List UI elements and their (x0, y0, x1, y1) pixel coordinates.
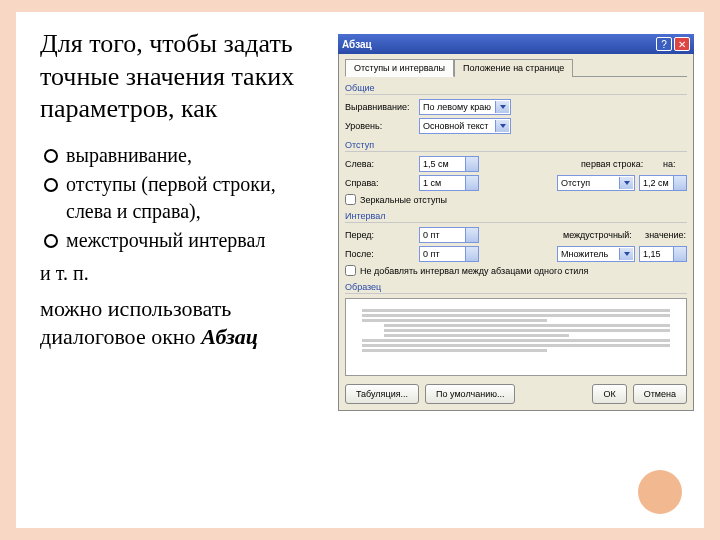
tab-pageflow[interactable]: Положение на странице (454, 59, 573, 77)
firstline-combo[interactable]: Отступ (557, 175, 635, 191)
linespacing-combo[interactable]: Множитель (557, 246, 635, 262)
label-align: Выравнивание: (345, 102, 415, 112)
indent-right-spin[interactable]: 1 см (419, 175, 479, 191)
indent-left-spin[interactable]: 1,5 см (419, 156, 479, 172)
tab-strip: Отступы и интервалы Положение на страниц… (345, 58, 687, 77)
tab-indents[interactable]: Отступы и интервалы (345, 59, 454, 77)
help-icon[interactable]: ? (656, 37, 672, 51)
group-general: Общие (345, 83, 687, 95)
label-by1: на: (663, 159, 687, 169)
decorative-circle (638, 470, 682, 514)
group-preview: Образец (345, 282, 687, 294)
tabs-button[interactable]: Табуляция... (345, 384, 419, 404)
bullet-item: выравнивание, (44, 142, 310, 169)
label-after: После: (345, 249, 415, 259)
group-indent: Отступ (345, 140, 687, 152)
space-before-spin[interactable]: 0 пт (419, 227, 479, 243)
etc-text: и т. п. (40, 262, 310, 285)
paragraph-dialog: Абзац ? ✕ Отступы и интервалы Положение … (338, 34, 694, 411)
group-interval: Интервал (345, 211, 687, 223)
label-left: Слева: (345, 159, 415, 169)
conclusion: можно использовать диалоговое окно Абзац (40, 295, 310, 352)
alignment-combo[interactable]: По левому краю (419, 99, 511, 115)
firstline-by-spin[interactable]: 1,2 см (639, 175, 687, 191)
titlebar[interactable]: Абзац ? ✕ (338, 34, 694, 54)
bullet-item: отступы (первой строки, слева и справа), (44, 171, 310, 225)
explanation-text: Для того, чтобы задать точные значения т… (40, 28, 310, 352)
label-before: Перед: (345, 230, 415, 240)
label-right: Справа: (345, 178, 415, 188)
dialog-title: Абзац (342, 39, 654, 50)
label-linespace: междустрочный: (563, 230, 641, 240)
label-firstline: первая строка: (581, 159, 659, 169)
ok-button[interactable]: ОК (592, 384, 626, 404)
no-space-same-style-check[interactable]: Не добавлять интервал между абзацами одн… (345, 265, 687, 276)
space-after-spin[interactable]: 0 пт (419, 246, 479, 262)
close-icon[interactable]: ✕ (674, 37, 690, 51)
preview-pane (345, 298, 687, 376)
label-level: Уровень: (345, 121, 415, 131)
heading: Для того, чтобы задать точные значения т… (40, 28, 310, 126)
cancel-button[interactable]: Отмена (633, 384, 687, 404)
outline-level-combo[interactable]: Основной текст (419, 118, 511, 134)
mirror-indents-check[interactable]: Зеркальные отступы (345, 194, 687, 205)
bullet-item: межстрочный интервал (44, 227, 310, 254)
linespacing-at-spin[interactable]: 1,15 (639, 246, 687, 262)
bullet-list: выравнивание, отступы (первой строки, сл… (44, 142, 310, 254)
label-by2: значение: (645, 230, 687, 240)
default-button[interactable]: По умолчанию... (425, 384, 515, 404)
